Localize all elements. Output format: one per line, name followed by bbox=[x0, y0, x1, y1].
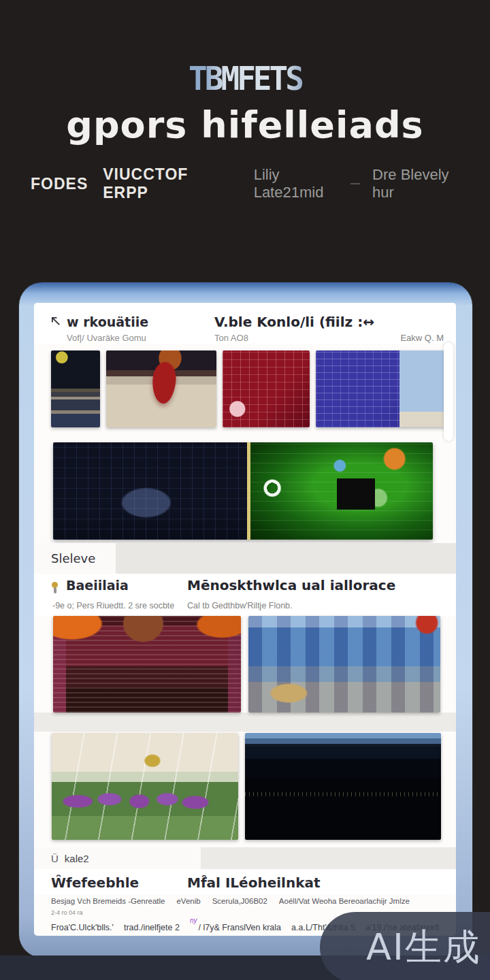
bottom-title-left: Ŵfefeebhle bbox=[51, 875, 187, 891]
meta-item: Scerula,J06B02 bbox=[212, 897, 267, 909]
footer-link-label: / l7y& FranslVen krala bbox=[198, 923, 281, 932]
tab-sleleve[interactable]: Sleleve bbox=[34, 551, 95, 566]
photo-purple-players[interactable] bbox=[52, 733, 238, 840]
entry-subtitle: -9e o; Pers Riuedtt. 2 sre socbte bbox=[51, 601, 187, 610]
nav-item-fodes[interactable]: FODES bbox=[31, 175, 88, 193]
thumbnail-image-1[interactable] bbox=[51, 350, 100, 427]
meta-item: Aoéll/Vat Weoha Bereoarlachijr Jmlze bbox=[279, 897, 410, 909]
list-entry[interactable]: Baeiilaia Mēnoskthwlca ual iallorace -9e… bbox=[34, 574, 456, 616]
thumbnail-image-4[interactable] bbox=[316, 350, 446, 427]
tab-kale2-label: kale2 bbox=[65, 853, 89, 864]
thumbnail-image-3[interactable] bbox=[223, 350, 310, 427]
umlaut-icon: Ü bbox=[51, 853, 59, 864]
section-tabstrip-2: Ü kale2 bbox=[34, 847, 456, 869]
footer-link[interactable]: ny/ l7y& FranslVen krala bbox=[190, 921, 281, 932]
bottom-titles: Ŵfefeebhle Mf̂al ILéoheilnkat bbox=[34, 869, 456, 894]
meta-item: eVenib bbox=[176, 897, 200, 909]
top-banner: TBMFETS gpors hifelleiads FODES VIUCCTOF… bbox=[0, 0, 490, 204]
nav-item-blevely[interactable]: Dre Blevely hur bbox=[372, 166, 459, 201]
feature-image-left bbox=[53, 442, 247, 540]
header-left-subtitle: Vof|/ Uvaräke Gomu bbox=[51, 333, 208, 343]
thumbnail-image-2[interactable] bbox=[106, 350, 216, 427]
nav-item-late[interactable]: Liliy Late21mid bbox=[254, 166, 339, 201]
photo-blue-shop[interactable] bbox=[248, 616, 440, 713]
thumbnail-row bbox=[51, 350, 456, 427]
photo-concert-hall[interactable] bbox=[53, 616, 241, 713]
photo-row-3 bbox=[52, 733, 456, 840]
header-right-subtitle: Eakw Q. M bbox=[400, 333, 444, 343]
feature-image[interactable] bbox=[53, 442, 433, 540]
header-center-subtitle: Ton AO8 bbox=[214, 333, 393, 343]
footer-link[interactable]: trad./inelfjete 2 bbox=[124, 923, 180, 932]
pin-icon bbox=[51, 582, 59, 594]
back-arrow-icon[interactable] bbox=[51, 316, 61, 327]
ai-watermark-label: AI生成 bbox=[366, 923, 481, 973]
scrollbar[interactable] bbox=[444, 342, 453, 441]
card-body: w rkouätiie V.ble Konlo/li (fiilz :↔ Vof… bbox=[34, 303, 456, 936]
ai-watermark: AI生成 bbox=[320, 912, 490, 980]
entry-title: Baeiilaia bbox=[66, 578, 187, 593]
meta-item: Besjag Vch Bremeids -Genreatle bbox=[51, 897, 165, 909]
page-title: gpors hifelleiads bbox=[0, 103, 490, 146]
header-left: w rkouätiie bbox=[51, 314, 208, 329]
content-card: w rkouätiie V.ble Konlo/li (fiilz :↔ Vof… bbox=[19, 282, 472, 958]
app-logo: TBMFETS bbox=[0, 59, 490, 97]
section-divider bbox=[34, 713, 456, 732]
photo-night-landscape[interactable] bbox=[245, 733, 441, 840]
section-tabstrip-1: Sleleve bbox=[34, 543, 456, 574]
entry-detail-title: Mēnoskthwlca ual iallorace bbox=[187, 577, 444, 593]
photo-row-2 bbox=[53, 616, 456, 713]
bottom-title-right: Mf̂al ILéoheilnkat bbox=[187, 875, 444, 891]
footer-badge: ny bbox=[190, 918, 197, 924]
card-header: w rkouätiie V.ble Konlo/li (fiilz :↔ Vof… bbox=[34, 303, 456, 344]
nav-separator bbox=[350, 183, 360, 184]
footer-link[interactable]: Froa'C.Ulck'blls.' bbox=[51, 923, 114, 932]
top-nav: FODES VIUCCTOF ERPP Liliy Late21mid Dre … bbox=[0, 172, 490, 196]
header-left-title: w rkouätiie bbox=[67, 314, 148, 329]
nav-item-viucctof[interactable]: VIUCCTOF ERPP bbox=[103, 165, 218, 202]
entry-detail-subtitle: Cal tb Gedthbw'Riltje Flonb. bbox=[187, 601, 444, 610]
meta-row: Besjag Vch Bremeids -Genreatle eVenib Sc… bbox=[34, 894, 456, 909]
feature-image-right bbox=[247, 442, 433, 540]
tab-kale2[interactable]: Ü kale2 bbox=[34, 853, 89, 864]
header-center-title: V.ble Konlo/li (fiilz :↔ bbox=[214, 314, 393, 330]
